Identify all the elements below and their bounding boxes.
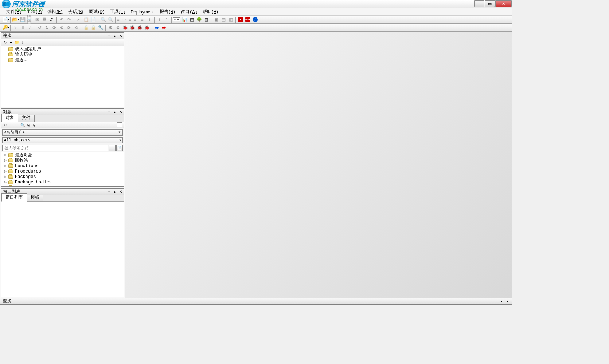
paste-icon[interactable]: ⎗ xyxy=(32,122,37,127)
menu-tools[interactable]: 工具(T) xyxy=(107,9,128,15)
format-button[interactable]: ⫿ xyxy=(146,16,153,23)
tree-item-types[interactable]: ▷Types xyxy=(1,185,124,186)
uncomment-button[interactable]: ≡ xyxy=(139,16,145,23)
filter-dropdown[interactable]: All objects xyxy=(2,137,123,144)
search-input[interactable] xyxy=(2,145,108,151)
compile2-button[interactable]: ⚙ xyxy=(114,24,121,31)
replace-button[interactable]: 🔍 xyxy=(107,16,114,23)
panel-close-icon[interactable]: ✕ xyxy=(118,190,123,194)
tree-item-procedures[interactable]: ▷Procedures xyxy=(1,169,124,174)
fetch4-button[interactable]: ⟳ xyxy=(66,24,72,31)
chevron-right-icon[interactable]: ▷ xyxy=(4,175,8,178)
outdent-button[interactable]: ←≡ xyxy=(124,16,131,23)
save-button[interactable]: 💾 xyxy=(19,16,26,23)
connection-item-history[interactable]: 输入历史 xyxy=(1,52,124,57)
step-over-button[interactable]: ➡ xyxy=(153,24,160,31)
commit-button[interactable]: ✓ xyxy=(27,24,33,31)
refresh-icon[interactable]: ↻ xyxy=(3,40,8,45)
open-button[interactable]: 📂▾ xyxy=(12,16,19,23)
find-icon[interactable]: 🔍 xyxy=(20,122,25,127)
add-icon[interactable]: + xyxy=(8,40,13,45)
menu-report[interactable]: 报告(R) xyxy=(157,9,178,15)
connection-item-recent[interactable]: 最近... xyxy=(1,57,124,63)
panel-dropdown-icon[interactable]: ▾ xyxy=(505,299,510,303)
printer-button[interactable]: 🖨 xyxy=(48,16,55,23)
menu-debug[interactable]: 调试(D) xyxy=(86,9,107,15)
cut-button[interactable]: ✂ xyxy=(75,16,82,23)
sort-icon[interactable]: ↕ xyxy=(20,40,25,45)
diagram-button[interactable]: ▥ xyxy=(203,16,210,23)
unlock-button[interactable]: 🔓 xyxy=(90,24,97,31)
menu-help[interactable]: 帮助(H) xyxy=(200,9,221,15)
chevron-right-icon[interactable]: ▷ xyxy=(4,186,8,186)
redo-button[interactable]: ↷ xyxy=(66,16,72,23)
panel-pin-icon[interactable]: ⬧ xyxy=(113,190,117,194)
rollback-button[interactable]: ↺ xyxy=(36,24,43,31)
execute-button[interactable]: ▷ xyxy=(12,24,19,31)
logon-button[interactable]: 🔑▾ xyxy=(2,24,9,31)
panel-close-icon[interactable]: ✕ xyxy=(118,34,123,38)
indent-button[interactable]: ≡→ xyxy=(117,16,124,23)
paste-button[interactable]: 📄 xyxy=(90,16,97,23)
bug3-button[interactable]: 🐞 xyxy=(136,24,143,31)
find-button[interactable]: 🔍 xyxy=(100,16,106,23)
maximize-button[interactable]: ▭ xyxy=(485,0,495,7)
search-doc-button[interactable]: 📄 xyxy=(116,145,123,151)
undo-button[interactable]: ↶ xyxy=(58,16,65,23)
chevron-right-icon[interactable]: ▷ xyxy=(4,153,8,157)
folder-icon[interactable]: 📁 xyxy=(14,40,19,45)
panel-close-icon[interactable]: ✕ xyxy=(118,110,123,114)
chevron-right-icon[interactable]: ▷ xyxy=(4,170,8,173)
wrench-button[interactable]: 🔧 xyxy=(97,24,104,31)
copy-button[interactable]: 📋 xyxy=(83,16,89,23)
command-window-button[interactable]: ▤ xyxy=(188,16,195,23)
cascade-button[interactable]: ▣ xyxy=(213,16,219,23)
remove-icon[interactable]: − xyxy=(14,122,19,127)
chevron-right-icon[interactable]: ▷ xyxy=(4,164,8,167)
fetch3-button[interactable]: ⟲ xyxy=(58,24,65,31)
tile-h-button[interactable]: ▤ xyxy=(220,16,227,23)
menu-window[interactable]: 窗口(W) xyxy=(178,9,200,15)
next-bookmark-button[interactable]: ⫿ xyxy=(163,16,170,23)
refresh-icon[interactable]: ↻ xyxy=(3,122,8,127)
bug4-button[interactable]: 🐞 xyxy=(144,24,150,31)
minimize-button[interactable]: — xyxy=(474,0,484,7)
tree-item-package-bodies[interactable]: ▷Package bodies xyxy=(1,179,124,185)
step-into-button[interactable]: ➡ xyxy=(161,24,167,31)
fetch-button[interactable]: ↻ xyxy=(44,24,50,31)
panel-restore-icon[interactable]: ▫ xyxy=(107,190,111,194)
report-window-button[interactable]: 📊 xyxy=(181,16,188,23)
tree-item-packages[interactable]: ▷Packages xyxy=(1,174,124,179)
user-dropdown[interactable]: <当前用户> xyxy=(2,129,123,136)
lock-button[interactable]: 🔒 xyxy=(83,24,89,31)
tab-windowlist[interactable]: 窗口列表 xyxy=(1,193,27,202)
explain-button[interactable]: 🌳 xyxy=(196,16,202,23)
pdf-button[interactable]: PDF xyxy=(245,16,251,23)
panel-restore-icon[interactable]: ▫ xyxy=(107,110,111,114)
menu-deployment[interactable]: Deployment xyxy=(128,9,157,15)
panel-restore-icon[interactable]: ▫ xyxy=(107,34,111,38)
fetch5-button[interactable]: ⟲ xyxy=(73,24,79,31)
panel-pin-icon[interactable]: ⬧ xyxy=(113,110,117,114)
panel-pin-icon[interactable]: ⬧ xyxy=(113,34,117,38)
new-button[interactable]: 📄▾ xyxy=(2,16,9,23)
bug2-button[interactable]: 🐞 xyxy=(129,24,136,31)
print-button[interactable]: 🖶 xyxy=(41,16,48,23)
add-icon[interactable]: + xyxy=(8,122,13,127)
break-button[interactable]: ⏸ xyxy=(19,24,26,31)
checkbox[interactable] xyxy=(117,122,122,127)
tree-item-recycle[interactable]: ▷回收站 xyxy=(1,158,124,163)
comment-button[interactable]: ≡ xyxy=(132,16,138,23)
sql-window-button[interactable]: SQL xyxy=(173,16,180,23)
tree-item-functions[interactable]: ▷Functions xyxy=(1,163,124,169)
bookmark-button[interactable]: ⫿ xyxy=(156,16,163,23)
tab-objects[interactable]: 对象 xyxy=(1,114,18,122)
compile-button[interactable]: ⚙ xyxy=(107,24,114,31)
panel-pin-icon[interactable]: ⬧ xyxy=(499,299,504,303)
saveall-button[interactable]: 💾💾 xyxy=(27,16,33,23)
fetch2-button[interactable]: ⟳ xyxy=(51,24,58,31)
chevron-right-icon[interactable]: ▷ xyxy=(4,159,8,162)
bug1-button[interactable]: 🐞 xyxy=(122,24,128,31)
menu-session[interactable]: 会话(S) xyxy=(65,9,86,15)
expand-icon[interactable]: − xyxy=(3,47,7,51)
